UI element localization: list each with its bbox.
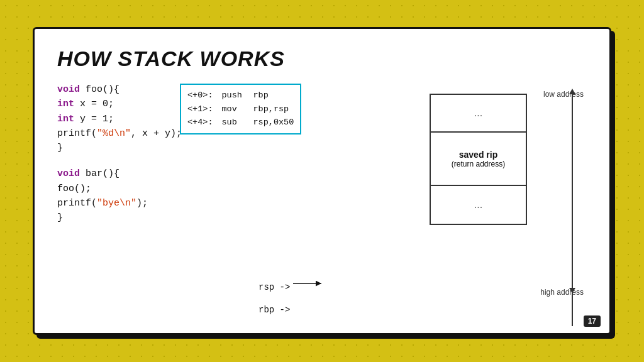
stack-cell-top: ...	[431, 95, 526, 133]
kw-int-2: int	[57, 114, 74, 124]
asm-offset-1: <+0>:	[187, 89, 213, 102]
stack-box: ... saved rip (return address) ...	[430, 94, 527, 225]
asm-op-1: push	[222, 89, 245, 102]
assembly-box: <+0>: push rbp <+1>: mov rbp,rsp <+4>: s…	[180, 84, 301, 134]
fn-bar: bar	[86, 168, 103, 179]
slide: HOW STACK WORKS <+0>: push rbp <+1>: mov…	[33, 27, 611, 335]
asm-op-2: mov	[222, 102, 245, 116]
kw-void-1: void	[57, 84, 86, 95]
dots-bottom: ...	[474, 199, 482, 211]
saved-rip-text: saved rip	[459, 150, 497, 160]
return-address-text: (return address)	[452, 160, 505, 168]
stack-cell-rip: saved rip (return address)	[431, 133, 526, 186]
slide-title: HOW STACK WORKS	[57, 47, 587, 71]
asm-offset-3: <+4>:	[187, 116, 213, 129]
code-line-6: void bar(){	[57, 167, 417, 181]
slide-number: 17	[584, 315, 601, 327]
asm-arg-1: rbp	[253, 89, 269, 102]
asm-op-3: sub	[222, 116, 245, 129]
var-x: x = 0;	[74, 99, 114, 109]
arrowhead-up	[569, 89, 575, 94]
asm-arg-3: rsp,0x50	[253, 116, 294, 129]
asm-line-1: <+0>: push rbp	[187, 89, 294, 102]
foo-call: foo();	[57, 184, 91, 194]
asm-offset-2: <+1>:	[187, 102, 213, 116]
var-y: y = 1;	[74, 114, 114, 124]
printf-1-post: , x + y);	[131, 128, 182, 139]
rsp-label: rsp ->	[258, 281, 290, 295]
printf-1-pre: printf(	[57, 128, 97, 139]
brace-close-1: }	[57, 143, 63, 153]
code-line-7: foo();	[57, 182, 417, 196]
code-area: <+0>: push rbp <+1>: mov rbp,rsp <+4>: s…	[57, 82, 417, 312]
str-bye: "bye\n"	[97, 198, 136, 209]
paren-2: (){	[103, 168, 119, 179]
kw-void-2: void	[57, 168, 86, 179]
code-line-9: }	[57, 211, 417, 225]
brace-close-2: }	[57, 212, 63, 223]
low-address-label: low address	[543, 90, 584, 99]
asm-arg-2: rbp,rsp	[253, 102, 289, 116]
asm-line-2: <+1>: mov rbp,rsp	[187, 102, 294, 116]
kw-int-1: int	[57, 99, 74, 109]
code-block-bar: void bar(){ foo(); printf("bye\n"); }	[57, 167, 417, 225]
printf-2-post: );	[136, 198, 148, 209]
high-address-label: high address	[540, 288, 584, 297]
rbp-label: rbp ->	[258, 304, 290, 317]
asm-line-3: <+4>: sub rsp,0x50	[187, 116, 294, 129]
content-area: <+0>: push rbp <+1>: mov rbp,rsp <+4>: s…	[57, 82, 587, 312]
stack-cell-bottom: ...	[431, 186, 526, 224]
paren-1: (){	[103, 84, 119, 95]
fn-foo: foo	[86, 84, 103, 95]
code-line-5: }	[57, 141, 417, 155]
str-format: "%d\n"	[97, 128, 131, 139]
dots-top: ...	[474, 107, 482, 119]
printf-2-pre: printf(	[57, 198, 97, 209]
stack-diagram: low address high address ... saved rip (…	[423, 82, 587, 312]
code-line-8: printf("bye\n");	[57, 196, 417, 211]
